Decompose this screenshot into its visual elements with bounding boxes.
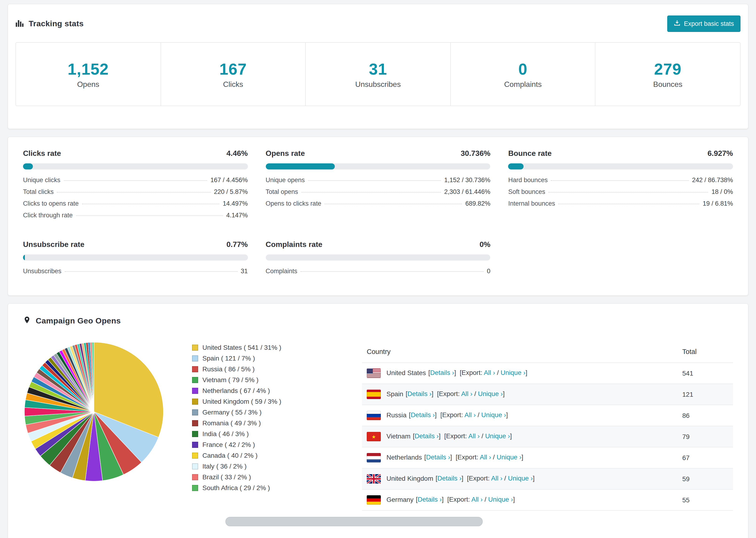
bounce-rate-panel: Bounce rate 6.927% Hard bounces242 / 86.… <box>508 149 733 219</box>
country-name: Russia <box>387 411 406 418</box>
legend-item: South Africa ( 29 / 2% ) <box>192 484 343 492</box>
export-all-link[interactable]: All › <box>464 411 476 418</box>
legend-swatch-icon <box>192 398 198 404</box>
legend-item: Vietnam ( 79 / 5% ) <box>192 376 343 384</box>
export-icon <box>674 20 681 28</box>
bar-chart-icon <box>16 19 24 29</box>
geo-table-row: United Kingdom[Details ›] [Export: All ›… <box>362 468 733 489</box>
stat-clicks: 167 Clicks <box>160 43 305 106</box>
stat-bounces: 279 Bounces <box>595 43 740 106</box>
export-all-link[interactable]: All › <box>471 496 483 503</box>
country-name: United Kingdom <box>387 474 433 482</box>
export-unique-link[interactable]: Unique › <box>488 496 513 503</box>
details-link[interactable]: Details › <box>411 411 435 418</box>
progress-bar <box>266 163 490 170</box>
clicks-rate-panel: Clicks rate 4.46% Unique clicks167 / 4.4… <box>23 149 248 219</box>
export-all-link[interactable]: All › <box>491 474 503 482</box>
de-flag-icon <box>367 495 381 505</box>
export-unique-link[interactable]: Unique › <box>485 432 510 440</box>
legend-item: United States ( 541 / 31% ) <box>192 344 343 351</box>
legend-swatch-icon <box>192 420 198 426</box>
rate-row: Hard bounces242 / 86.738% <box>508 177 733 184</box>
rate-value: 4.46% <box>227 149 248 158</box>
rate-row: Clicks to opens rate14.497% <box>23 200 248 207</box>
export-unique-link[interactable]: Unique › <box>497 453 521 461</box>
horizontal-scrollbar[interactable] <box>225 517 483 526</box>
legend-swatch-icon <box>192 463 198 469</box>
stat-value: 167 <box>220 60 247 78</box>
total-column-header: Total <box>677 341 733 363</box>
export-all-link[interactable]: All › <box>480 453 491 461</box>
export-all-link[interactable]: All › <box>484 369 495 376</box>
details-link[interactable]: Details › <box>430 369 454 376</box>
details-link[interactable]: Details › <box>437 474 461 482</box>
country-total: 59 <box>677 468 733 489</box>
export-unique-link[interactable]: Unique › <box>478 390 503 398</box>
rate-row: Total opens2,303 / 61.446% <box>266 188 490 195</box>
country-total: 121 <box>677 384 733 405</box>
country-name: United States <box>387 369 426 376</box>
legend-item: Brazil ( 33 / 2% ) <box>192 473 343 481</box>
country-name: Spain <box>387 390 404 398</box>
country-name: Netherlands <box>387 453 422 461</box>
legend-item: Canada ( 40 / 2% ) <box>192 452 343 459</box>
uk-flag-svg <box>367 474 381 484</box>
ru-flag-icon <box>367 411 381 420</box>
legend-label: Spain ( 121 / 7% ) <box>202 354 255 362</box>
progress-bar <box>23 163 248 170</box>
es-flag-icon <box>367 390 381 399</box>
legend-swatch-icon <box>192 409 198 415</box>
export-unique-link[interactable]: Unique › <box>501 369 525 376</box>
country-column-header: Country <box>362 341 677 363</box>
rate-row: Unsubscribes31 <box>23 268 248 275</box>
geo-table-row: Russia[Details ›] [Export: All › / Uniqu… <box>362 405 733 426</box>
country-total: 79 <box>677 426 733 447</box>
legend-label: Germany ( 55 / 3% ) <box>202 408 261 416</box>
legend-swatch-icon <box>192 388 198 394</box>
legend-label: Canada ( 40 / 2% ) <box>202 452 257 459</box>
geo-pie-chart[interactable] <box>23 341 165 484</box>
export-basic-stats-button[interactable]: Export basic stats <box>668 16 740 32</box>
legend-swatch-icon <box>192 485 198 491</box>
legend-label: Brazil ( 33 / 2% ) <box>202 473 251 481</box>
legend-label: Italy ( 36 / 2% ) <box>202 462 246 470</box>
legend-swatch-icon <box>192 377 198 383</box>
geo-table-row: United States[Details ›] [Export: All › … <box>362 363 733 384</box>
legend-swatch-icon <box>192 442 198 448</box>
export-unique-link[interactable]: Unique › <box>481 411 506 418</box>
rate-title: Complaints rate <box>266 241 322 249</box>
legend-swatch-icon <box>192 344 198 350</box>
export-all-link[interactable]: All › <box>468 432 480 440</box>
details-link[interactable]: Details › <box>426 453 450 461</box>
rate-row: Unique clicks167 / 4.456% <box>23 177 248 184</box>
legend-item: Germany ( 55 / 3% ) <box>192 408 343 416</box>
details-link[interactable]: Details › <box>418 496 442 503</box>
export-all-link[interactable]: All › <box>461 390 472 398</box>
stat-label: Bounces <box>653 80 682 88</box>
country-total: 67 <box>677 447 733 468</box>
country-name: Germany <box>387 496 413 503</box>
details-link[interactable]: Details › <box>407 390 432 398</box>
nl-flag-icon <box>367 453 381 462</box>
details-link[interactable]: Details › <box>415 432 439 440</box>
stat-value: 1,152 <box>68 60 109 78</box>
rate-row: Internal bounces19 / 6.81% <box>508 200 733 207</box>
gb-flag-icon <box>367 474 381 484</box>
rate-row: Click through rate4.147% <box>23 212 248 219</box>
rate-row: Unique opens1,152 / 30.736% <box>266 177 490 184</box>
rate-value: 30.736% <box>460 149 490 158</box>
export-unique-link[interactable]: Unique › <box>508 474 533 482</box>
legend-item: Netherlands ( 67 / 4% ) <box>192 387 343 394</box>
legend-item: United Kingdom ( 59 / 3% ) <box>192 398 343 405</box>
stat-label: Unsubscribes <box>355 80 401 88</box>
rate-title: Unsubscribe rate <box>23 241 84 249</box>
legend-swatch-icon <box>192 474 198 480</box>
stats-summary-row: 1,152 Opens 167 Clicks 31 Unsubscribes 0… <box>16 42 740 106</box>
progress-bar <box>23 254 248 260</box>
legend-item: France ( 42 / 2% ) <box>192 441 343 448</box>
country-total: 541 <box>677 363 733 384</box>
unsubscribe-rate-panel: Unsubscribe rate 0.77% Unsubscribes31 <box>23 241 248 275</box>
geo-table-row: Netherlands[Details ›] [Export: All › / … <box>362 447 733 468</box>
legend-label: Russia ( 86 / 5% ) <box>202 365 255 373</box>
geo-opens-table: Country Total United States[Details ›] [… <box>362 341 733 511</box>
